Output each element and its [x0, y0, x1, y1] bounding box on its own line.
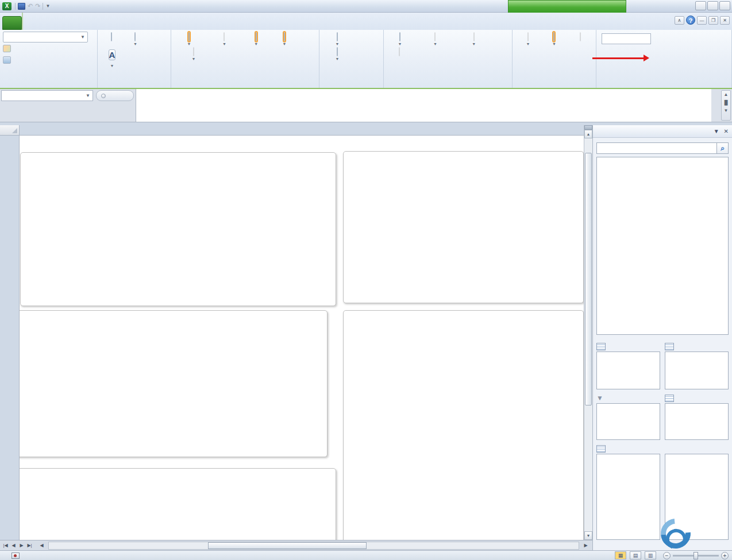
hscroll-right-icon[interactable]: ▶: [582, 543, 590, 548]
insert-shapes-button[interactable]: ▼: [124, 32, 146, 47]
minimize-button[interactable]: [695, 1, 706, 10]
chart-wall-button[interactable]: ▼: [415, 32, 455, 47]
zone-report-filter[interactable]: [596, 403, 660, 440]
group-current-selection: ▼: [0, 30, 98, 88]
axes-button[interactable]: ▼: [322, 32, 352, 47]
rotation-3d-button[interactable]: [387, 47, 412, 57]
select-all-corner[interactable]: [0, 125, 20, 136]
excel-app-icon[interactable]: X: [2, 2, 11, 10]
prev-sheet-icon[interactable]: ◀: [10, 543, 17, 548]
vscroll-thumb[interactable]: [585, 153, 592, 405]
next-sheet-icon[interactable]: ▶: [18, 543, 25, 548]
scroll-up-icon[interactable]: ▲: [584, 130, 592, 138]
chart-user-sessions-by-audit-class[interactable]: [343, 310, 584, 540]
view-normal-icon[interactable]: ▦: [615, 551, 626, 559]
save-icon[interactable]: [18, 3, 25, 10]
rotation-3d-icon: [399, 47, 400, 56]
sheet-tab-bar: |◀ ◀ ▶ ▶| ◀ ▶: [0, 540, 592, 550]
horizontal-scrollbar[interactable]: [48, 542, 579, 550]
zoom-out-icon[interactable]: −: [663, 552, 671, 559]
first-sheet-icon[interactable]: |◀: [2, 543, 9, 548]
macro-record-icon[interactable]: [11, 553, 20, 559]
hscroll-left-icon[interactable]: ◀: [38, 543, 45, 548]
plot-area-button[interactable]: ▼: [387, 32, 413, 47]
ribbon-tab-bar: [0, 13, 732, 30]
chart-floor-button[interactable]: ▼: [457, 32, 491, 47]
data-labels-icon: [284, 32, 285, 41]
field-search-input[interactable]: [597, 143, 716, 153]
axis-titles-button[interactable]: ▼: [206, 32, 242, 47]
chart-user-sessions-by-time[interactable]: [20, 468, 336, 540]
zoom-in-icon[interactable]: +: [721, 552, 729, 559]
lines-button[interactable]: ▼: [542, 32, 565, 47]
data-table-button[interactable]: ▼: [174, 47, 213, 61]
last-sheet-icon[interactable]: ▶|: [26, 543, 33, 548]
gridlines-button[interactable]: ▼: [322, 47, 352, 61]
group-analysis: ▼ ▼: [513, 30, 596, 88]
axis-titles-icon: [224, 32, 225, 41]
qat-customize-icon[interactable]: ▼: [45, 3, 50, 9]
format-selection-button[interactable]: [3, 43, 94, 54]
view-page-layout-icon[interactable]: ▤: [630, 551, 641, 559]
zone-legend-fields[interactable]: [665, 403, 729, 440]
scroll-down-icon[interactable]: ▼: [584, 531, 592, 540]
worksheet-canvas[interactable]: [20, 136, 584, 540]
book-close-button[interactable]: ✕: [720, 16, 730, 25]
tab-file[interactable]: [2, 16, 22, 30]
red-annotation-arrow: [592, 57, 644, 59]
collapse-ribbon-icon[interactable]: ∧: [675, 16, 684, 25]
formula-input[interactable]: [136, 89, 711, 122]
zone-vertical-slicer[interactable]: [596, 352, 660, 389]
reset-style-button[interactable]: [3, 54, 94, 65]
updown-bars-button[interactable]: [568, 32, 593, 42]
formula-bar-expand-icon[interactable]: ▲█▼: [721, 90, 731, 121]
ribbon: ▼ ▼ A ▼: [0, 30, 732, 89]
zone-values[interactable]: [665, 454, 729, 540]
chart-user-sessions-by-department[interactable]: [20, 310, 328, 457]
vertical-scrollbar[interactable]: ▲ ▼: [584, 125, 592, 540]
axes-icon: [337, 32, 338, 41]
legend-button[interactable]: ▼: [245, 32, 268, 47]
close-button[interactable]: [719, 1, 730, 10]
trendline-icon: [527, 32, 529, 41]
chart-title-button[interactable]: ▼: [174, 32, 204, 47]
title-bar: X ↶ ↷ ▼: [0, 0, 732, 13]
redo-icon[interactable]: ↷: [35, 2, 40, 10]
data-labels-button[interactable]: ▼: [269, 32, 299, 47]
quick-access-toolbar: ↶ ↷ ▼: [15, 2, 50, 10]
name-box[interactable]: ▼: [1, 90, 93, 101]
pivot-zones: ▼: [593, 339, 732, 550]
pane-menu-icon[interactable]: ▼: [714, 128, 719, 134]
chart-audit-events-by-department[interactable]: [20, 152, 336, 306]
help-icon[interactable]: ?: [686, 16, 695, 25]
field-tree: [596, 157, 729, 335]
insert-textbox-button[interactable]: A ▼: [101, 47, 124, 68]
namebox-dropdown-icon[interactable]: ▼: [86, 93, 90, 98]
hscroll-thumb[interactable]: [208, 542, 367, 549]
zone-axis-fields[interactable]: [596, 454, 660, 540]
view-page-break-icon[interactable]: ▥: [645, 551, 656, 559]
textbox-icon: A: [109, 49, 116, 60]
chart-name-input[interactable]: [602, 33, 651, 44]
excel-window: X ↶ ↷ ▼ ∧ ? — ❐ ✕ ▼: [0, 0, 732, 560]
search-icon[interactable]: ⌕: [716, 143, 728, 153]
restore-button[interactable]: [707, 1, 718, 10]
book-restore-button[interactable]: ❐: [708, 16, 718, 25]
zoom-slider[interactable]: − +: [663, 552, 729, 559]
chart-wall-icon: [434, 32, 436, 41]
insert-picture-button[interactable]: [101, 32, 122, 42]
group-insert: ▼ A ▼: [98, 30, 171, 88]
book-minimize-button[interactable]: —: [697, 16, 707, 25]
undo-icon[interactable]: ↶: [28, 2, 33, 10]
data-table-icon: [193, 47, 194, 56]
chart-elements-dropdown[interactable]: ▼: [3, 32, 88, 43]
chart-audit-events-by-database[interactable]: [343, 151, 584, 303]
zoom-thumb[interactable]: [694, 552, 698, 559]
insert-function-button[interactable]: [96, 90, 134, 101]
pane-close-icon[interactable]: ✕: [724, 128, 729, 134]
trendline-button[interactable]: ▼: [515, 32, 541, 47]
split-handle[interactable]: [584, 125, 592, 130]
group-labels: ▼ ▼ ▼ ▼ ▼: [171, 30, 319, 88]
zone-horizontal-slicer[interactable]: [665, 352, 729, 389]
pane-instruction: [593, 138, 732, 142]
